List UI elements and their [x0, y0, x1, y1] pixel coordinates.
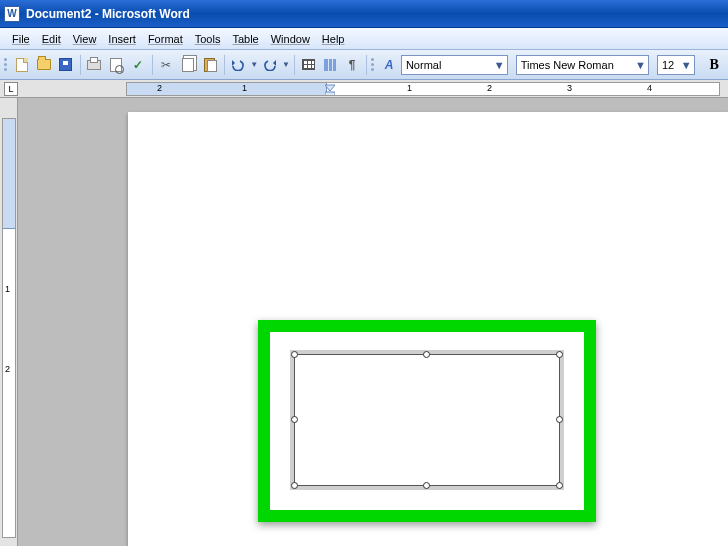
ruler-number: 2: [157, 83, 162, 93]
menu-view[interactable]: View: [67, 33, 103, 45]
window-title: Document2 - Microsoft Word: [26, 7, 190, 21]
open-button[interactable]: [34, 54, 54, 76]
svg-rect-1: [325, 92, 335, 96]
menu-edit[interactable]: Edit: [36, 33, 67, 45]
insert-table-button[interactable]: [299, 54, 319, 76]
toolbar-separator: [80, 55, 81, 75]
font-selector[interactable]: Times New Roman ▼: [516, 55, 650, 75]
ruler-number: 2: [5, 364, 10, 374]
menu-tools[interactable]: Tools: [189, 33, 227, 45]
chevron-down-icon: ▼: [493, 59, 505, 71]
toolbar-grip-icon[interactable]: [371, 54, 375, 76]
font-size-value: 12: [662, 59, 680, 71]
page-magnifier-icon: [110, 58, 122, 72]
paste-button[interactable]: [200, 54, 220, 76]
ruler-number: 4: [647, 83, 652, 93]
new-document-icon: [16, 58, 28, 72]
tutorial-highlight-frame: [258, 320, 596, 522]
printer-icon: [87, 60, 101, 70]
ruler-number: 1: [242, 83, 247, 93]
scissors-icon: ✂: [161, 59, 171, 71]
vertical-ruler[interactable]: 1 2: [2, 118, 16, 538]
ruler-number: 2: [487, 83, 492, 93]
resize-handle-top-left[interactable]: [291, 351, 298, 358]
columns-button[interactable]: [320, 54, 340, 76]
clipboard-icon: [204, 58, 215, 72]
chevron-down-icon: ▼: [634, 59, 646, 71]
resize-handle-bottom-right[interactable]: [556, 482, 563, 489]
style-a-icon: A: [385, 59, 394, 71]
font-size-selector[interactable]: 12 ▼: [657, 55, 695, 75]
cut-button[interactable]: ✂: [157, 54, 177, 76]
tab-alignment-selector[interactable]: L: [4, 82, 18, 96]
menu-bar: File Edit View Insert Format Tools Table…: [0, 28, 728, 50]
redo-dropdown[interactable]: ▼: [282, 60, 290, 69]
style-format-button[interactable]: A: [379, 54, 399, 76]
ruler-number: 1: [407, 83, 412, 93]
menu-file[interactable]: File: [6, 33, 36, 45]
undo-arrow-icon: [231, 59, 245, 71]
toolbar-separator: [294, 55, 295, 75]
redo-arrow-icon: [263, 59, 277, 71]
word-app-icon: W: [4, 6, 20, 22]
copy-pages-icon: [182, 58, 194, 72]
resize-handle-bottom-middle[interactable]: [423, 482, 430, 489]
resize-handle-middle-left[interactable]: [291, 416, 298, 423]
ruler-number: 1: [5, 284, 10, 294]
save-button[interactable]: [56, 54, 76, 76]
document-workspace: 1 2: [0, 98, 728, 546]
redo-button[interactable]: [260, 54, 280, 76]
vertical-ruler-column: 1 2: [0, 98, 18, 546]
undo-dropdown[interactable]: ▼: [250, 60, 258, 69]
bold-b-icon: B: [710, 57, 719, 73]
menu-format[interactable]: Format: [142, 33, 189, 45]
ruler-number: 3: [567, 83, 572, 93]
folder-open-icon: [37, 59, 51, 70]
menu-help[interactable]: Help: [316, 33, 351, 45]
resize-handle-top-middle[interactable]: [423, 351, 430, 358]
print-preview-button[interactable]: [106, 54, 126, 76]
resize-handle-bottom-left[interactable]: [291, 482, 298, 489]
show-formatting-button[interactable]: ¶: [342, 54, 362, 76]
save-floppy-icon: [59, 58, 72, 71]
svg-marker-0: [325, 85, 335, 91]
resize-handle-top-right[interactable]: [556, 351, 563, 358]
font-selector-value: Times New Roman: [521, 59, 635, 71]
new-document-button[interactable]: [12, 54, 32, 76]
undo-button[interactable]: [229, 54, 249, 76]
spellcheck-icon: ✓: [133, 59, 143, 71]
toolbar-grip-icon[interactable]: [4, 54, 8, 76]
horizontal-ruler[interactable]: 2 1 1 2 3 4: [126, 82, 720, 96]
spellcheck-button[interactable]: ✓: [128, 54, 148, 76]
ruler-top-margin: [3, 119, 15, 229]
copy-button[interactable]: [178, 54, 198, 76]
bold-button[interactable]: B: [704, 54, 724, 76]
columns-icon: [324, 59, 336, 71]
selected-text-box[interactable]: [294, 354, 560, 486]
title-bar: W Document2 - Microsoft Word: [0, 0, 728, 28]
toolbar-separator: [366, 55, 367, 75]
horizontal-ruler-row: L 2 1 1 2 3 4: [0, 80, 728, 98]
table-grid-icon: [302, 59, 315, 70]
style-selector[interactable]: Normal ▼: [401, 55, 508, 75]
toolbar-separator: [152, 55, 153, 75]
print-button[interactable]: [84, 54, 104, 76]
first-line-indent-marker[interactable]: [325, 82, 333, 96]
resize-handle-middle-right[interactable]: [556, 416, 563, 423]
toolbar-separator: [224, 55, 225, 75]
style-selector-value: Normal: [406, 59, 493, 71]
menu-insert[interactable]: Insert: [102, 33, 142, 45]
menu-table[interactable]: Table: [226, 33, 264, 45]
pilcrow-icon: ¶: [349, 59, 356, 71]
toolbar: ✓ ✂ ▼ ▼ ¶ A Normal ▼ Times New Roman ▼ 1…: [0, 50, 728, 80]
chevron-down-icon: ▼: [680, 59, 692, 71]
menu-window[interactable]: Window: [265, 33, 316, 45]
